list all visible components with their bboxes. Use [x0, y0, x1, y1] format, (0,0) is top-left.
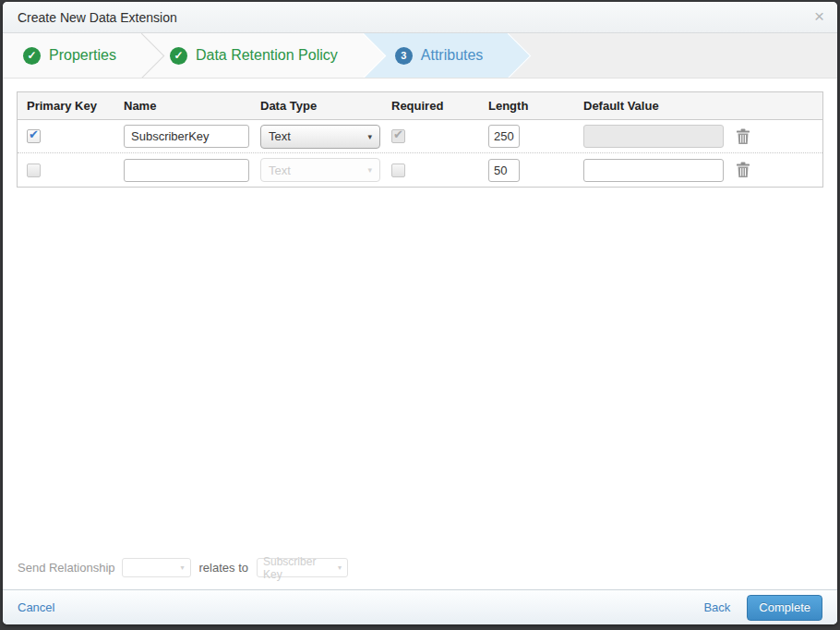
- length-field[interactable]: [488, 159, 520, 182]
- caret-down-icon: ▾: [338, 563, 342, 572]
- step-wizard: ✓ Properties ✓ Data Retention Policy 3 A…: [3, 33, 837, 79]
- caret-down-icon: ▾: [367, 132, 372, 141]
- step-label: Properties: [49, 47, 116, 64]
- step-data-retention-policy[interactable]: ✓ Data Retention Policy: [142, 33, 364, 78]
- col-header-primary-key: Primary Key: [18, 99, 114, 113]
- modal-title-bar: Create New Data Extension ×: [3, 2, 837, 33]
- primary-key-checkbox[interactable]: [27, 164, 41, 177]
- col-header-default-value: Default Value: [574, 99, 726, 113]
- data-type-select: Text ▾: [260, 158, 380, 182]
- step-number-badge: 3: [395, 47, 413, 65]
- check-circle-icon: ✓: [23, 47, 41, 65]
- primary-key-checkbox[interactable]: [27, 129, 41, 143]
- relates-to-label: relates to: [199, 561, 248, 575]
- back-link[interactable]: Back: [703, 600, 730, 614]
- table-header-row: Primary Key Name Data Type Required Leng…: [18, 92, 822, 120]
- modal-footer: Cancel Back Complete: [3, 589, 837, 624]
- data-type-select[interactable]: Text ▾: [260, 125, 380, 149]
- modal-content: Primary Key Name Data Type Required Leng…: [3, 79, 837, 589]
- attributes-table: Primary Key Name Data Type Required Leng…: [17, 91, 823, 188]
- table-row: Text ▾: [18, 153, 822, 187]
- subscriber-key-select: Subscriber Key ▾: [257, 558, 348, 577]
- table-row: Text ▾: [18, 120, 822, 153]
- step-label: Data Retention Policy: [196, 47, 338, 64]
- trash-icon[interactable]: [736, 128, 750, 145]
- send-relationship-field-select: ▾: [122, 558, 191, 577]
- send-relationship-label: Send Relationship: [18, 561, 115, 575]
- trash-icon[interactable]: [736, 162, 750, 178]
- default-value-field: [583, 125, 724, 148]
- caret-down-icon: ▾: [181, 563, 185, 572]
- default-value-field[interactable]: [583, 159, 724, 182]
- content-spacer: [3, 188, 837, 558]
- col-header-data-type: Data Type: [251, 99, 382, 113]
- required-checkbox[interactable]: [391, 164, 405, 177]
- modal-title: Create New Data Extension: [18, 10, 177, 25]
- length-field[interactable]: [488, 125, 520, 148]
- close-icon[interactable]: ×: [814, 7, 824, 26]
- name-field[interactable]: [124, 125, 249, 148]
- name-field[interactable]: [124, 159, 249, 182]
- col-header-name: Name: [114, 99, 251, 113]
- check-circle-icon: ✓: [170, 47, 187, 65]
- send-relationship-row: Send Relationship ▾ relates to Subscribe…: [3, 558, 837, 589]
- step-label: Attributes: [421, 47, 484, 64]
- col-header-required: Required: [382, 99, 479, 113]
- required-checkbox: [391, 129, 405, 143]
- complete-button[interactable]: Complete: [747, 595, 822, 621]
- step-properties[interactable]: ✓ Properties: [3, 33, 142, 78]
- create-data-extension-modal: Create New Data Extension × ✓ Properties…: [3, 2, 837, 624]
- caret-down-icon: ▾: [367, 165, 372, 175]
- col-header-length: Length: [479, 99, 574, 113]
- cancel-link[interactable]: Cancel: [18, 600, 54, 614]
